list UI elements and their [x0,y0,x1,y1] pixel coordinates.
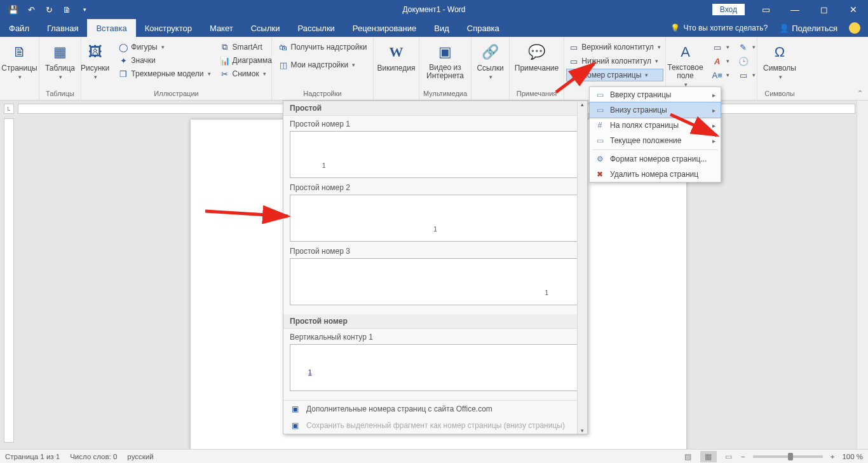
gallery-item-preview-1[interactable]: 1 [290,131,581,178]
gallery-item-preview-4[interactable]: 1 [290,344,581,391]
my-addins-button[interactable]: ◫Мои надстройки▾ [276,59,370,71]
zoom-level[interactable]: 100 % [842,453,863,460]
tab-references[interactable]: Ссылки [242,19,289,37]
submenu-top-of-page[interactable]: ▭ Вверху страницы ▸ [590,87,721,102]
quick-access-toolbar: 💾 ↶ ↻ 🗎 ▾ [0,1,93,18]
pictures-button[interactable]: 🖼Рисунки▾ [78,41,112,81]
page-number-button[interactable]: #Номер страницы▾ [566,69,663,81]
status-language[interactable]: русский [127,453,153,460]
tab-insert[interactable]: Вставка [87,19,135,37]
online-video-button[interactable]: ▣Видео из Интернета [423,41,467,81]
video-label: Видео из Интернета [426,64,465,80]
chart-label: Диаграмма [233,56,272,65]
table-button[interactable]: ▦Таблица▾ [43,41,78,81]
sign-in-button[interactable]: Вход [712,4,745,15]
zoom-in-icon[interactable]: + [831,453,835,460]
read-mode-icon[interactable]: ▤ [680,451,696,462]
save-selection-button: ▣ Сохранить выделенный фрагмент как номе… [283,417,587,434]
tab-design[interactable]: Конструктор [136,19,201,37]
icons-button[interactable]: ✦Значки [116,54,213,67]
status-page[interactable]: Страница 1 из 1 [5,453,60,460]
signature-icon: ✎ [738,42,749,52]
shapes-label: Фигуры [131,43,157,52]
wikipedia-button[interactable]: WВикипедия [375,41,418,74]
undo-icon[interactable]: ↶ [23,1,39,18]
new-doc-icon[interactable]: 🗎 [58,1,75,18]
quickparts-button[interactable]: ▭▾ [710,41,732,53]
gallery-item-title: Простой номер 3 [290,247,581,256]
tab-review[interactable]: Рецензирование [344,19,425,37]
vertical-scrollbar[interactable] [857,100,868,449]
lightbulb-icon: 💡 [670,24,680,32]
tab-layout[interactable]: Макет [201,19,242,37]
tell-me-label: Что вы хотите сделать? [684,24,768,32]
footer-label: Нижний колонтитул [581,57,651,66]
status-word-count[interactable]: Число слов: 0 [70,453,117,460]
tab-view[interactable]: Вид [425,19,458,37]
close-icon[interactable]: ✕ [839,0,868,19]
vertical-ruler[interactable] [4,118,14,443]
gallery-item-preview-3[interactable]: 1 [290,258,581,305]
zoom-slider[interactable] [753,455,823,458]
submenu-current-position[interactable]: ▭ Текущее положение ▸ [590,133,721,148]
collapse-ribbon-icon[interactable]: ⌃ [857,89,863,97]
gallery-scrollbar[interactable]: ▴▾ [577,101,587,434]
bottom-page-icon: ▭ [595,106,605,114]
chevron-right-icon: ▸ [712,137,715,144]
more-page-numbers-button[interactable]: ▣ Дополнительные номера страниц с сайта … [283,401,587,417]
web-layout-icon[interactable]: ▭ [721,451,737,462]
ribbon-options-icon[interactable]: ▭ [751,0,780,19]
datetime-button[interactable]: 🕒 [736,55,758,67]
signature-button[interactable]: ✎▾ [736,41,758,53]
minimize-icon[interactable]: — [780,0,810,19]
smartart-icon: ⧉ [220,42,230,52]
tab-mailings[interactable]: Рассылки [288,19,343,37]
page-icon: 🗎 [10,42,30,62]
submenu-remove-numbers[interactable]: ✖ Удалить номера страниц [590,167,721,182]
gallery-header-simple-number: Простой номер [283,314,587,329]
header-button[interactable]: ▭Верхний колонтитул▾ [566,41,663,53]
zoom-out-icon[interactable]: − [741,453,745,460]
dropcap-button[interactable]: A≡▾ [710,69,732,81]
office-icon: ▣ [290,404,300,413]
save-icon[interactable]: 💾 [5,1,22,18]
shapes-button[interactable]: ◯Фигуры▾ [116,41,213,53]
pages-label: Страницы [1,64,37,73]
screenshot-button[interactable]: ✂Снимок▾ [217,67,275,80]
tab-help[interactable]: Справка [458,19,508,37]
textbox-button[interactable]: AТекстовое поле▾ [665,41,705,89]
tab-home[interactable]: Главная [38,19,87,37]
video-icon: ▣ [435,42,456,62]
header-label: Верхний колонтитул [581,43,653,52]
submenu-page-margins[interactable]: # На полях страницы ▸ [590,118,721,133]
print-layout-icon[interactable]: ▦ [700,451,717,462]
window-title: Документ1 - Word [402,5,465,14]
maximize-icon[interactable]: ◻ [810,0,839,19]
links-label: Ссылки [477,64,503,73]
comment-button[interactable]: 💬Примечание [512,41,561,74]
object-button[interactable]: ▭▾ [736,69,758,81]
ribbon: 🗎Страницы▾ ▦Таблица▾ Таблицы 🖼Рисунки▾ ◯… [0,37,868,100]
pages-button[interactable]: 🗎Страницы▾ [0,41,40,81]
smartart-button[interactable]: ⧉SmartArt [217,41,275,53]
chart-button[interactable]: 📊Диаграмма [217,54,275,67]
submenu-format-numbers[interactable]: ⚙ Формат номеров страниц... [590,151,721,167]
tab-selector[interactable]: L [4,104,14,114]
group-label [18,90,20,99]
my-addins-label: Мои надстройки [291,60,349,69]
3dmodels-button[interactable]: ❒Трехмерные модели▾ [116,67,213,80]
share-button[interactable]: 👤 Поделиться [779,24,837,33]
tell-me-search[interactable]: 💡 Что вы хотите сделать? [670,24,768,32]
wordart-button[interactable]: A▾ [710,55,732,67]
feedback-smiley-icon[interactable] [849,22,860,34]
tab-file[interactable]: Файл [0,19,38,37]
submenu-bottom-of-page[interactable]: ▭ Внизу страницы ▸ [589,102,721,118]
redo-icon[interactable]: ↻ [41,1,57,18]
symbols-button[interactable]: ΩСимволы▾ [761,41,799,81]
get-addins-button[interactable]: 🛍Получить надстройки [276,41,370,53]
object-icon: ▭ [738,70,749,80]
links-button[interactable]: 🔗Ссылки▾ [474,41,506,81]
gallery-item-preview-2[interactable]: 1 [290,195,581,242]
qat-dropdown-icon[interactable]: ▾ [76,1,93,18]
footer-button[interactable]: ▭Нижний колонтитул▾ [566,55,663,67]
